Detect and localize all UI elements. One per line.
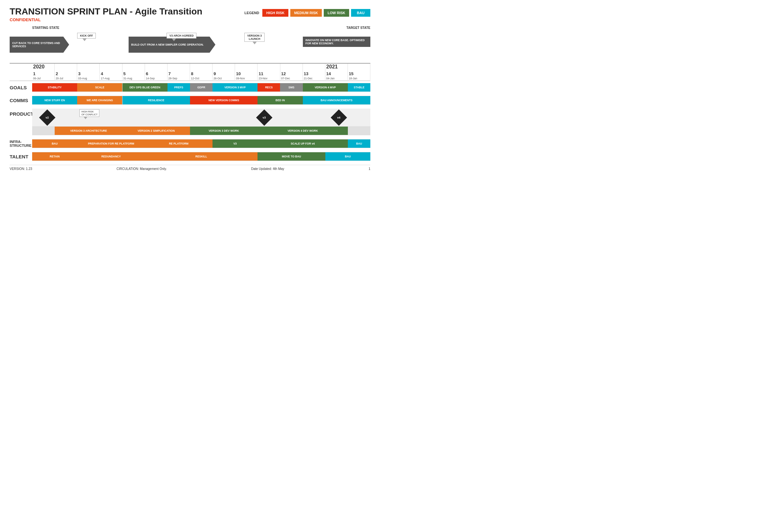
product-label: PRODUCT xyxy=(10,109,32,116)
bar-infra-row-2: RE PLATFORM xyxy=(145,139,213,148)
bar-talent-row-0: RETAIN xyxy=(32,152,77,161)
sprint-year-2 xyxy=(77,64,100,71)
infra-row: BAUPREPARATION FOR RE PLATFORMRE PLATFOR… xyxy=(32,139,370,148)
bar-goals-row-4: GDPR xyxy=(190,83,213,92)
diamond-0: v2 xyxy=(41,111,54,124)
sprint-num-7: 8 xyxy=(190,71,213,76)
bar-talent-row-2: RESKILL xyxy=(145,152,258,161)
sprint-date-8: 26-Oct xyxy=(213,76,235,80)
bar-goals-row-9: STABLE xyxy=(348,83,370,92)
bar-comms-row-4: BED IN xyxy=(258,96,303,105)
diamond-2: v4 xyxy=(332,111,345,124)
sprint-date-6: 28-Sep xyxy=(167,76,190,80)
goals-label: GOALS xyxy=(10,85,32,90)
cut-back-text: CUT BACK TO CORE SYSTEMS AND SERVICES xyxy=(12,41,61,48)
confidential-label: CONFIDENTIAL xyxy=(10,17,202,22)
sprint-year-6 xyxy=(167,64,190,71)
bar-talent-row-1: REDUNDANCY xyxy=(77,152,145,161)
comms-row: NEW STUFF ENWE ARE CHANGINGRESILIENCENEW… xyxy=(32,96,370,105)
sprint-num-9: 10 xyxy=(235,71,258,76)
sprint-year-12 xyxy=(303,64,325,71)
product-area: HIGH RISKOF CONFLICT v2v3v4 VERSION 3 AR… xyxy=(32,109,370,135)
bar-goals-row-0: STABILITY xyxy=(32,83,77,92)
talent-label: TALENT xyxy=(10,154,32,159)
comms-section: COMMS NEW STUFF ENWE ARE CHANGINGRESILIE… xyxy=(10,96,370,107)
chart-area: STARTING STATE TARGET STATE CUT BACK TO … xyxy=(10,25,370,161)
infra-label: INFRA-STRUCTURE xyxy=(10,140,32,148)
title-block: TRANSITION SPRINT PLAN - Agile Transitio… xyxy=(10,6,202,22)
sprint-year-8 xyxy=(213,64,235,71)
legend-medium-risk: MEDIUM RISK xyxy=(290,9,322,17)
build-out-text: BUILD OUT FROM A NEW SIMPLER CORE OPERAT… xyxy=(131,43,204,46)
starting-state-label: STARTING STATE xyxy=(32,26,59,29)
sprint-num-12: 13 xyxy=(303,71,325,76)
product-bars-row: VERSION 3 ARCHITECTUREVERSION 2 SIMPLIFI… xyxy=(32,126,370,135)
sprint-num-4: 5 xyxy=(122,71,145,76)
sprint-num-2: 3 xyxy=(77,71,100,76)
bar-comms-row-2: RESILIENCE xyxy=(122,96,190,105)
talent-row: RETAINREDUNDANCYRESKILLMOVE TO BAUBAU xyxy=(32,152,370,161)
bar-goals-row-5: VERSION 3 MVP xyxy=(213,83,258,92)
sprint-year-11 xyxy=(280,64,303,71)
infra-section: INFRA-STRUCTURE BAUPREPARATION FOR RE PL… xyxy=(10,139,370,150)
sprint-num-13: 14 xyxy=(325,71,348,76)
date-updated-label: Date Updated: 4th May xyxy=(251,167,284,171)
legend-low-risk: LOW RISK xyxy=(324,9,349,17)
bar-product-bars-row-1: VERSION 2 SIMPLIFICATION xyxy=(122,127,190,135)
bar-product-bars-row-0: VERSION 3 ARCHITECTURE xyxy=(55,127,122,135)
header: TRANSITION SPRINT PLAN - Agile Transitio… xyxy=(10,6,370,22)
bar-infra-row-1: PREPARATION FOR RE PLATFORM xyxy=(77,139,145,148)
kick-off-box: KICK OFF xyxy=(77,33,96,39)
bar-goals-row-8: VERSION 4 MVP xyxy=(303,83,348,92)
innovate-text: INNOVATE ON NEW CORE BASE. OPTIMISED FOR… xyxy=(306,39,368,45)
bar-infra-row-3: V3 xyxy=(213,139,258,148)
bar-comms-row-3: NEW VERSION COMMS xyxy=(190,96,258,105)
legend-block: LEGEND HIGH RISK MEDIUM RISK LOW RISK BA… xyxy=(244,9,370,17)
sprint-date-row: 06-Jul20-Jul03-Aug17-Aug31-Aug14-Sep28-S… xyxy=(10,76,370,81)
bar-talent-row-3: MOVE TO BAU xyxy=(258,152,325,161)
sprint-date-13: 04-Jan xyxy=(325,76,348,80)
bar-comms-row-1: WE ARE CHANGING xyxy=(77,96,122,105)
sprint-num-8: 9 xyxy=(213,71,235,76)
bar-infra-row-5: BAU xyxy=(348,139,370,148)
sprint-num-10: 11 xyxy=(258,71,280,76)
sprint-year-5 xyxy=(145,64,167,71)
goals-section: GOALS STABILITYSCALEDEV OPS BLUE GREENPR… xyxy=(10,83,370,94)
callouts-row: CUT BACK TO CORE SYSTEMS AND SERVICES KI… xyxy=(10,30,370,62)
footer: VERSION: 1.23 CIRCULATION: Management On… xyxy=(10,165,370,171)
talent-section: TALENT RETAINREDUNDANCYRESKILLMOVE TO BA… xyxy=(10,152,370,161)
sprint-date-2: 03-Aug xyxy=(77,76,100,80)
version-label: VERSION: 1.23 xyxy=(10,167,32,171)
sprint-year-4 xyxy=(122,64,145,71)
sprint-date-4: 31-Aug xyxy=(122,76,145,80)
legend-label: LEGEND xyxy=(244,11,259,15)
conflict-box: HIGH RISKOF CONFLICT xyxy=(79,109,99,117)
sprint-year-9 xyxy=(235,64,258,71)
sprint-num-0: 1 xyxy=(32,71,55,76)
bar-goals-row-3: PREFS xyxy=(167,83,190,92)
bar-goals-row-2: DEV OPS BLUE GREEN xyxy=(122,83,167,92)
sprint-year-7 xyxy=(190,64,213,71)
sprint-date-9: 09-Nov xyxy=(235,76,258,80)
bar-comms-row-5: BAU ANNOUNCEMENTS xyxy=(303,96,370,105)
sprint-date-0: 06-Jul xyxy=(32,76,55,80)
sprint-num-5: 6 xyxy=(145,71,167,76)
legend-bau: BAU xyxy=(351,9,370,17)
sprint-date-11: 07-Dec xyxy=(280,76,303,80)
bar-infra-row-4: SCALE UP FOR v4 xyxy=(258,139,348,148)
sprint-year-10 xyxy=(258,64,280,71)
cut-back-arrow: CUT BACK TO CORE SYSTEMS AND SERVICES xyxy=(10,37,69,53)
main-title: TRANSITION SPRINT PLAN - Agile Transitio… xyxy=(10,6,202,17)
sprint-num-1: 2 xyxy=(55,71,77,76)
goals-row: STABILITYSCALEDEV OPS BLUE GREENPREFSGDP… xyxy=(32,83,370,92)
bar-goals-row-1: SCALE xyxy=(77,83,122,92)
sprint-date-12: 21-Dec xyxy=(303,76,325,80)
bar-talent-row-4: BAU xyxy=(325,152,370,161)
comms-label: COMMS xyxy=(10,98,32,103)
target-state-label: TARGET STATE xyxy=(347,26,370,29)
innovate-box: INNOVATE ON NEW CORE BASE. OPTIMISED FOR… xyxy=(303,37,370,47)
v3-arch-box: V3 ARCH AGREED xyxy=(166,33,196,39)
sprint-date-14: 18-Jan xyxy=(348,76,370,80)
sprint-year-13: 2021 xyxy=(325,64,348,71)
bar-product-bars-row-2: VERSION 3 DEV WORK xyxy=(190,127,258,135)
